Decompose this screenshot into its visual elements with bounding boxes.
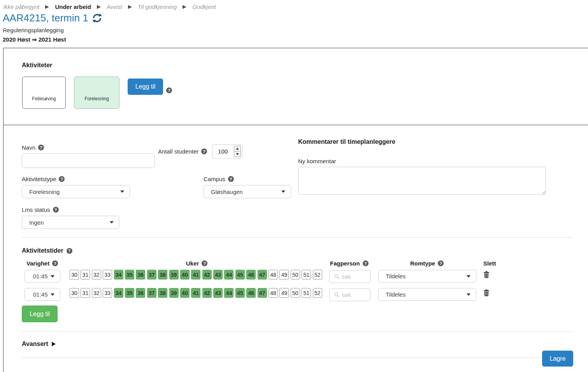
week-52-button[interactable]: 52 (313, 270, 322, 279)
week-39-button[interactable]: 39 (169, 270, 179, 279)
week-37-button[interactable]: 37 (147, 270, 156, 279)
week-38-button[interactable]: 38 (158, 288, 167, 298)
week-48-button[interactable]: 48 (269, 270, 278, 279)
divider (22, 358, 574, 358)
trash-icon (484, 290, 489, 296)
week-44-button[interactable]: 44 (224, 288, 233, 298)
week-35-button[interactable]: 35 (125, 270, 134, 279)
romtype-value: Tildeles (386, 291, 405, 298)
fagperson-search-input[interactable]: søk (329, 288, 370, 301)
duration-value: 01:45 (33, 291, 48, 298)
week-36-button[interactable]: 36 (136, 288, 145, 298)
week-44-button[interactable]: 44 (224, 270, 233, 279)
week-49-button[interactable]: 49 (279, 288, 289, 298)
activity-type-label: Aktivitetstype (22, 176, 56, 182)
new-comment-textarea[interactable] (298, 167, 546, 195)
search-placeholder: søk (342, 292, 351, 298)
students-label: Antall studenter (158, 148, 198, 155)
advanced-label: Avansert (22, 341, 48, 348)
week-30-button[interactable]: 30 (70, 288, 79, 298)
help-icon[interactable]: ? (38, 145, 44, 150)
week-40-button[interactable]: 40 (180, 270, 190, 279)
week-30-button[interactable]: 30 (70, 270, 79, 279)
activity-card-fellesoving[interactable]: Fellesøving (22, 77, 66, 109)
search-placeholder: søk (342, 273, 351, 280)
help-icon[interactable]: ? (67, 248, 72, 254)
help-icon[interactable]: ? (202, 260, 207, 266)
week-51-button[interactable]: 51 (302, 270, 311, 279)
week-49-button[interactable]: 49 (279, 270, 289, 279)
help-icon[interactable]: ? (201, 148, 207, 154)
help-icon[interactable]: ? (228, 176, 234, 182)
help-icon[interactable]: ? (438, 260, 444, 266)
week-52-button[interactable]: 52 (313, 288, 322, 298)
week-42-button[interactable]: 42 (202, 270, 212, 279)
week-40-button[interactable]: 40 (180, 288, 190, 298)
expand-arrow-icon (52, 342, 56, 346)
campus-label: Campus (204, 176, 225, 182)
activity-card-label: Forelesning (84, 96, 109, 101)
week-41-button[interactable]: 41 (191, 288, 200, 298)
week-47-button[interactable]: 47 (258, 270, 267, 279)
week-31-button[interactable]: 31 (81, 288, 90, 298)
help-icon[interactable]: ? (166, 87, 172, 93)
activity-type-select[interactable]: Forelesning (22, 185, 130, 198)
week-32-button[interactable]: 32 (92, 270, 101, 279)
page: Ikke påbegynt Under arbeid Avvist Til go… (0, 0, 588, 372)
week-34-button[interactable]: 34 (114, 288, 123, 298)
fagperson-search-input[interactable]: søk (329, 270, 370, 283)
spinner-up-button[interactable] (234, 146, 240, 151)
activity-card-forelesning[interactable]: Forelesning (74, 77, 119, 109)
week-46-button[interactable]: 46 (246, 270, 256, 279)
term-range: 2020 Høst ⇒ 2021 Høst (3, 36, 66, 43)
duration-select[interactable]: 01:45 (25, 270, 60, 283)
week-36-button[interactable]: 36 (136, 270, 145, 279)
week-33-button[interactable]: 33 (103, 270, 112, 279)
column-header-varighet: Varighet ? (26, 260, 58, 267)
week-43-button[interactable]: 43 (213, 288, 223, 298)
campus-select[interactable]: Gløshaugen (204, 185, 291, 198)
week-43-button[interactable]: 43 (213, 270, 223, 279)
help-icon[interactable]: ? (363, 260, 369, 266)
week-34-button[interactable]: 34 (114, 270, 123, 279)
week-45-button[interactable]: 45 (235, 270, 245, 279)
duration-select[interactable]: 01:45 (25, 288, 60, 301)
activity-card-label: Fellesøving (32, 96, 56, 101)
help-icon[interactable]: ? (53, 207, 59, 213)
lms-status-value: Ingen (29, 219, 44, 226)
week-32-button[interactable]: 32 (92, 288, 101, 298)
help-icon[interactable]: ? (59, 176, 65, 182)
week-41-button[interactable]: 41 (191, 270, 200, 279)
lms-status-select[interactable]: Ingen (22, 216, 119, 229)
add-activity-time-button[interactable]: Legg til (22, 306, 58, 322)
week-38-button[interactable]: 38 (158, 270, 167, 279)
advanced-toggle[interactable]: Avansert (22, 341, 56, 348)
week-50-button[interactable]: 50 (291, 288, 300, 298)
week-50-button[interactable]: 50 (291, 270, 300, 279)
week-42-button[interactable]: 42 (202, 288, 212, 298)
week-46-button[interactable]: 46 (246, 288, 256, 298)
name-input[interactable] (22, 154, 155, 168)
refresh-icon[interactable] (92, 13, 102, 23)
romtype-select[interactable]: Tildeles (378, 270, 476, 283)
week-39-button[interactable]: 39 (169, 288, 179, 298)
week-37-button[interactable]: 37 (147, 288, 156, 298)
add-activity-button[interactable]: Legg til (128, 79, 163, 95)
help-icon[interactable]: ? (52, 260, 58, 266)
students-number-input[interactable]: 100 (212, 144, 242, 159)
delete-row-button[interactable] (484, 271, 489, 278)
delete-row-button[interactable] (484, 290, 489, 296)
activity-time-row: 01:45 3031323334353637383940414243444546… (0, 288, 588, 301)
week-31-button[interactable]: 31 (81, 270, 90, 279)
week-47-button[interactable]: 47 (258, 288, 267, 298)
week-33-button[interactable]: 33 (103, 288, 112, 298)
week-35-button[interactable]: 35 (125, 288, 134, 298)
week-48-button[interactable]: 48 (269, 288, 278, 298)
week-45-button[interactable]: 45 (235, 288, 245, 298)
chevron-down-icon (51, 293, 54, 296)
save-button[interactable]: Lagre (542, 351, 573, 367)
romtype-select[interactable]: Tildeles (378, 288, 476, 301)
spinner-down-button[interactable] (234, 151, 240, 157)
chevron-down-icon (467, 275, 470, 278)
week-51-button[interactable]: 51 (302, 288, 311, 298)
